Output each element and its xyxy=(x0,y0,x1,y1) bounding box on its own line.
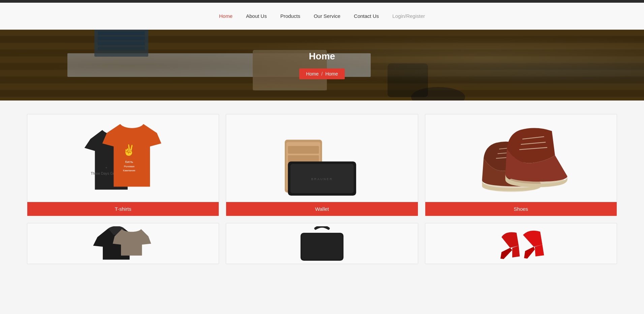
breadcrumb-home: Home xyxy=(306,71,318,77)
product-image-wallet: BRAUNER xyxy=(226,114,418,202)
product-image-heels xyxy=(425,223,617,264)
products-grid: Three Days Grace ✦ ✌ Бигль Ролевая Кампа… xyxy=(27,114,617,264)
product-card-heels[interactable] xyxy=(425,223,617,264)
main-nav: Home About Us Products Our Service Conta… xyxy=(219,13,425,19)
product-label-tshirts: T-shirts xyxy=(27,202,219,216)
svg-rect-46 xyxy=(302,234,342,260)
nav-service[interactable]: Our Service xyxy=(314,13,340,19)
product-card-shirts[interactable] xyxy=(27,223,219,264)
nav-about[interactable]: About Us xyxy=(246,13,267,19)
product-image-shoes xyxy=(425,114,617,202)
product-card-wallet[interactable]: BRAUNER Wallet xyxy=(226,114,418,216)
nav-products[interactable]: Products xyxy=(280,13,300,19)
top-bar xyxy=(0,0,644,3)
svg-text:Кампания: Кампания xyxy=(123,169,135,172)
svg-text:BRAUNER: BRAUNER xyxy=(311,177,333,180)
product-label-wallet: Wallet xyxy=(226,202,418,216)
hero-content: Home Home / Home xyxy=(299,51,345,79)
svg-text:✌: ✌ xyxy=(122,144,136,156)
product-image-shirts xyxy=(27,223,219,264)
hero-title: Home xyxy=(299,51,345,62)
products-section: Three Days Grace ✦ ✌ Бигль Ролевая Кампа… xyxy=(0,101,644,278)
product-image-bag xyxy=(226,223,418,264)
svg-rect-30 xyxy=(288,146,319,153)
breadcrumb[interactable]: Home / Home xyxy=(299,68,345,79)
svg-text:Ролевая: Ролевая xyxy=(124,165,134,168)
product-card-bag[interactable] xyxy=(226,223,418,264)
nav-login[interactable]: Login/Register xyxy=(392,13,425,19)
nav-home[interactable]: Home xyxy=(219,13,233,19)
svg-text:Бигль: Бигль xyxy=(125,160,133,163)
nav-contact[interactable]: Contact Us xyxy=(354,13,379,19)
svg-text:✦: ✦ xyxy=(105,166,108,169)
product-card-shoes[interactable]: Shoes xyxy=(425,114,617,216)
product-label-shoes: Shoes xyxy=(425,202,617,216)
header: Home About Us Products Our Service Conta… xyxy=(0,3,644,30)
breadcrumb-current: Home xyxy=(325,71,338,77)
breadcrumb-separator: / xyxy=(321,71,323,77)
product-image-tshirts: Three Days Grace ✦ ✌ Бигль Ролевая Кампа… xyxy=(27,114,219,202)
hero-banner: Home Home / Home xyxy=(0,30,644,101)
product-card-tshirts[interactable]: Three Days Grace ✦ ✌ Бигль Ролевая Кампа… xyxy=(27,114,219,216)
